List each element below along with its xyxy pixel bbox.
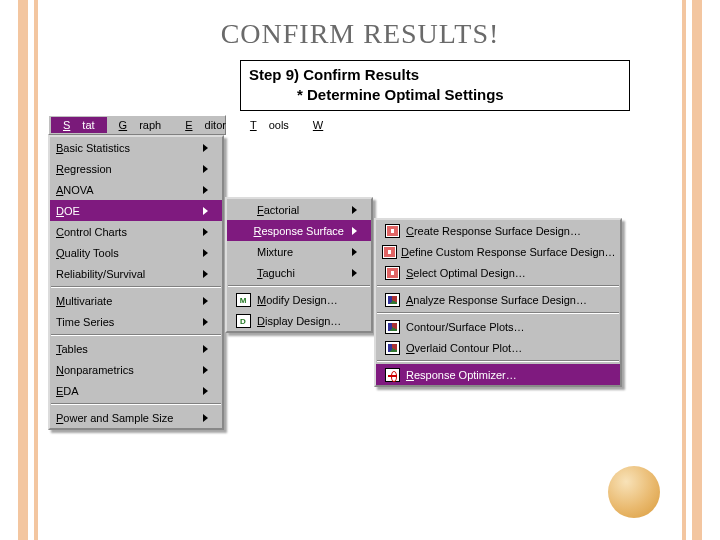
step-callout: Step 9) Confirm Results * Determine Opti… (240, 60, 630, 111)
submenu-arrow-icon (352, 206, 357, 214)
menu-item-label: Response Surface (253, 225, 344, 237)
menu-item-label: Power and Sample Size (56, 412, 195, 424)
step-line-1: Step 9) Confirm Results (249, 65, 621, 85)
menu-separator (377, 360, 619, 362)
menu-graph[interactable]: Graph (107, 117, 174, 133)
blank-icon (233, 202, 253, 218)
menu-item[interactable]: Select Optimal Design… (376, 262, 620, 283)
menu-item-label: Display Design… (257, 315, 357, 327)
submenu-arrow-icon (352, 227, 357, 235)
submenu-arrow-icon (203, 297, 208, 305)
chart-icon (382, 340, 402, 356)
menu-tools[interactable]: Tools (238, 117, 301, 133)
menu-item[interactable]: Quality Tools (50, 242, 222, 263)
blank-icon (233, 244, 253, 260)
menu-item-label: Time Series (56, 316, 195, 328)
menu-separator (51, 403, 221, 405)
submenu-arrow-icon (203, 165, 208, 173)
menu-editor[interactable]: Editor (173, 117, 238, 133)
blank-icon (233, 265, 253, 281)
page-title: CONFIRM RESULTS! (0, 18, 720, 50)
grid-icon (382, 265, 402, 281)
submenu-arrow-icon (203, 186, 208, 194)
step-line-2: * Determine Optimal Settings (249, 85, 621, 105)
menu-separator (377, 285, 619, 287)
menu-item[interactable]: Reliability/Survival (50, 263, 222, 284)
menubar: Stat Graph Editor Tools W (48, 115, 226, 135)
menu-item[interactable]: Create Response Surface Design… (376, 220, 620, 241)
opt-icon (382, 367, 402, 383)
menu-item-label: DOE (56, 205, 195, 217)
menu-item[interactable]: MModify Design… (227, 289, 371, 310)
menu-item[interactable]: Tables (50, 338, 222, 359)
menu-item-label: Create Response Surface Design… (406, 225, 606, 237)
submenu-arrow-icon (203, 318, 208, 326)
submenu-arrow-icon (203, 270, 208, 278)
menu-item[interactable]: Multivariate (50, 290, 222, 311)
doe-submenu: FactorialResponse SurfaceMixtureTaguchiM… (225, 197, 373, 333)
menu-separator (377, 312, 619, 314)
menu-item[interactable]: Regression (50, 158, 222, 179)
menu-item-label: Overlaid Contour Plot… (406, 342, 606, 354)
menu-item[interactable]: EDA (50, 380, 222, 401)
menu-item-label: Nonparametrics (56, 364, 195, 376)
menu-item[interactable]: Power and Sample Size (50, 407, 222, 428)
submenu-arrow-icon (203, 345, 208, 353)
menu-item[interactable]: Overlaid Contour Plot… (376, 337, 620, 358)
menu-item[interactable]: Factorial (227, 199, 371, 220)
menu-item-label: Analyze Response Surface Design… (406, 294, 606, 306)
menu-item[interactable]: Basic Statistics (50, 137, 222, 158)
menu-window[interactable]: W (301, 117, 335, 133)
response-surface-submenu: Create Response Surface Design…Define Cu… (374, 218, 622, 387)
menu-item-label: ANOVA (56, 184, 195, 196)
submenu-arrow-icon (203, 249, 208, 257)
menu-item-label: Select Optimal Design… (406, 267, 606, 279)
menu-item-label: Define Custom Response Surface Design… (401, 246, 616, 258)
chart-icon (382, 292, 402, 308)
menu-stat[interactable]: Stat (51, 117, 107, 133)
submenu-arrow-icon (203, 207, 208, 215)
menu-item[interactable]: DOE (50, 200, 222, 221)
decorative-circle (608, 466, 660, 518)
grid-icon (382, 244, 397, 260)
submenu-arrow-icon (203, 387, 208, 395)
menu-item[interactable]: Mixture (227, 241, 371, 262)
menu-item[interactable]: Contour/Surface Plots… (376, 316, 620, 337)
MOD-icon: M (233, 292, 253, 308)
menu-item-label: Regression (56, 163, 195, 175)
menu-item-label: Control Charts (56, 226, 195, 238)
blank-icon (233, 223, 249, 239)
chart-icon (382, 319, 402, 335)
menu-item-label: EDA (56, 385, 195, 397)
menu-item-label: Multivariate (56, 295, 195, 307)
menu-item[interactable]: DDisplay Design… (227, 310, 371, 331)
menu-item-label: Factorial (257, 204, 344, 216)
menu-item[interactable]: Response Optimizer… (376, 364, 620, 385)
menu-separator (228, 285, 370, 287)
menu-item-label: Reliability/Survival (56, 268, 195, 280)
menu-item[interactable]: Analyze Response Surface Design… (376, 289, 620, 310)
submenu-arrow-icon (203, 144, 208, 152)
stat-menu: Basic StatisticsRegressionANOVADOEContro… (48, 135, 224, 430)
menu-item[interactable]: Taguchi (227, 262, 371, 283)
menu-item-label: Mixture (257, 246, 344, 258)
menu-item-label: Taguchi (257, 267, 344, 279)
menu-item-label: Tables (56, 343, 195, 355)
submenu-arrow-icon (203, 414, 208, 422)
submenu-arrow-icon (203, 366, 208, 374)
menu-separator (51, 334, 221, 336)
grid-icon (382, 223, 402, 239)
menu-item-label: Modify Design… (257, 294, 357, 306)
menu-item-label: Response Optimizer… (406, 369, 606, 381)
menu-item[interactable]: Define Custom Response Surface Design… (376, 241, 620, 262)
menu-item-label: Contour/Surface Plots… (406, 321, 606, 333)
submenu-arrow-icon (203, 228, 208, 236)
menu-item[interactable]: Control Charts (50, 221, 222, 242)
menu-item-label: Basic Statistics (56, 142, 195, 154)
menu-item[interactable]: Nonparametrics (50, 359, 222, 380)
submenu-arrow-icon (352, 248, 357, 256)
menu-item-label: Quality Tools (56, 247, 195, 259)
menu-item[interactable]: Response Surface (227, 220, 371, 241)
menu-item[interactable]: Time Series (50, 311, 222, 332)
menu-item[interactable]: ANOVA (50, 179, 222, 200)
